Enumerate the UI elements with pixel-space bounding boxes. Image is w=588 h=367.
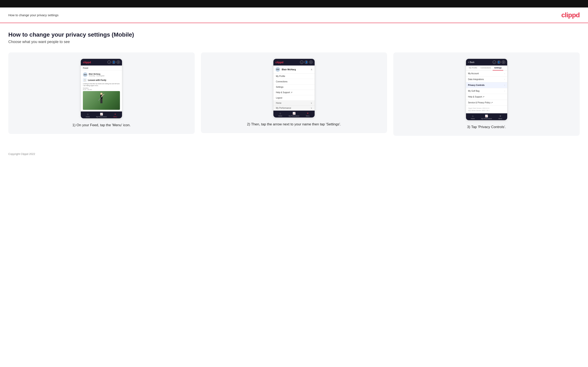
step1-phone-header: clippd ⌕ 👤 ⚙ [81, 59, 122, 66]
step2-nav-menu-label: Menu [306, 115, 310, 117]
menu-section-home-label: Home [276, 102, 282, 104]
step3-nav-home-label: Home [471, 118, 475, 119]
nav-performance-label: My Performance [96, 116, 107, 117]
top-bar [0, 0, 588, 8]
step3-footer: Clippd Client Version: 2022.8.3-3 GQL Se… [466, 106, 507, 113]
feed-user-info: Blair McHarg Yesterday · Sunningdale [89, 73, 104, 76]
main-content: How to change your privacy settings (Mob… [0, 23, 588, 148]
step3-tabs: My Profile Connections Settings [466, 66, 507, 71]
s3-item-privacycontrols: Privacy Controls › [466, 82, 507, 88]
feed-post: BM Blair McHarg Yesterday · Sunningdale … [81, 71, 122, 111]
menu-item-connections: Connections [273, 79, 315, 84]
step2-nav-menu: ✕ Menu [301, 112, 315, 117]
menu-section-performance: My Performance ∨ [273, 106, 315, 111]
step-1-card: clippd ⌕ 👤 ⚙ Feed BM Blair McHarg [8, 52, 195, 134]
s3-mygolfbag-label: My Golf Bag [468, 90, 480, 92]
chevron-down-performance-icon: ∨ [311, 107, 312, 109]
svg-point-0 [100, 93, 103, 95]
step2-avatar: BM [276, 67, 280, 72]
copyright-text: Copyright Clippd 2022 [8, 152, 35, 156]
version-line2: GQL Server Version: 2022.7.30-1 [468, 109, 505, 112]
menu-item-myprofile-label: My Profile [276, 75, 285, 77]
chevron-right-mygolfbag-icon: › [504, 90, 505, 92]
step3-chart-icon: 📈 [485, 115, 488, 117]
step2-nav-performance-label: My Performance [289, 115, 299, 117]
feed-avatar: BM [83, 72, 87, 77]
search-icon-3: ⌕ [493, 60, 496, 64]
home-icon: ⌂ [87, 113, 88, 116]
step2-icons: ⌕ 👤 ⚙ [300, 60, 312, 64]
step2-user-name: Blair McHarg [282, 68, 296, 71]
s3-item-dataintegrations: Data Integrations › [466, 76, 507, 82]
s3-serviceprivacy-label: Service & Privacy Policy ↗ [468, 101, 493, 104]
step3-nav-menu: ≡ Menu [493, 115, 507, 119]
feed-user-location: Yesterday · Sunningdale [89, 75, 104, 76]
svg-rect-2 [100, 99, 101, 103]
s3-item-mygolfbag: My Golf Bag › [466, 88, 507, 94]
step3-nav-menu-label: Menu [499, 118, 502, 119]
feed-lesson-row: 📋 Lesson with Fordy [83, 78, 120, 82]
chevron-right-myaccount-icon: › [504, 72, 505, 75]
step2-phone-header: clippd ⌕ 👤 ⚙ [273, 59, 315, 66]
step2-user-left: BM Blair McHarg [276, 67, 296, 72]
step-3-phone: < Back ⌕ 👤 ⚙ My Profile Connections Sett… [466, 59, 507, 120]
s3-dataintegrations-label: Data Integrations [468, 78, 484, 81]
nav-home: ⌂ Home [81, 113, 95, 117]
version-line1: Clippd Client Version: 2022.8.3-3 [468, 107, 505, 109]
step2-nav-home-label: Home [278, 115, 282, 117]
s3-item-helpsupport: Help & Support ↗ [466, 94, 507, 100]
step2-user-row: BM Blair McHarg ∧ [273, 66, 315, 74]
settings-icon: ⚙ [117, 60, 120, 64]
feed-user-row: BM Blair McHarg Yesterday · Sunningdale [83, 72, 120, 77]
s3-item-myaccount: My Account › [466, 71, 507, 76]
chevron-right-dataintegrations-icon: › [504, 78, 505, 81]
step-1-phone: clippd ⌕ 👤 ⚙ Feed BM Blair McHarg [81, 59, 122, 118]
step-1-caption: 1) On your Feed, tap the 'Menu' icon. [72, 123, 131, 128]
tab-settings: Settings [493, 66, 503, 70]
menu-item-settings: Settings [273, 84, 315, 90]
menu-item-connections-label: Connections [276, 81, 287, 83]
user-icon: 👤 [112, 60, 115, 64]
step-2-phone: clippd ⌕ 👤 ⚙ BM Blair McHarg ∧ [273, 59, 315, 118]
s3-myaccount-label: My Account [468, 72, 479, 75]
user-icon-3: 👤 [497, 60, 501, 64]
step3-phone-header: < Back ⌕ 👤 ⚙ [466, 59, 507, 66]
s3-item-serviceprivacy: Service & Privacy Policy ↗ [466, 100, 507, 106]
step2-home-icon: ⌂ [279, 112, 281, 115]
feed-lesson-desc: Looking to feel like my hands are exitin… [83, 83, 120, 86]
menu-item-settings-label: Settings [276, 86, 283, 88]
step3-nav-performance: 📈 My Performance [480, 115, 493, 119]
menu-item-myprofile: My Profile [273, 74, 315, 79]
step3-nav-performance-label: My Performance [481, 118, 492, 119]
feed-golf-image [83, 91, 120, 110]
nav-home-label: Home [86, 116, 90, 117]
feed-user-name: Blair McHarg [89, 73, 104, 75]
steps-row: clippd ⌕ 👤 ⚙ Feed BM Blair McHarg [8, 52, 580, 136]
step1-icons: ⌕ 👤 ⚙ [107, 60, 120, 64]
header: How to change your privacy settings clip… [0, 8, 588, 23]
tab-connections: Connections [479, 66, 493, 70]
step2-nav-home: ⌂ Home [273, 112, 287, 117]
step3-home-icon: ⌂ [472, 115, 474, 117]
s3-helpsupport-label: Help & Support ↗ [468, 96, 484, 98]
menu-section-home: Home ∨ [273, 101, 315, 106]
step-2-card: clippd ⌕ 👤 ⚙ BM Blair McHarg ∧ [201, 52, 387, 133]
menu-item-logout: Logout [273, 95, 315, 101]
logo: clippd [561, 11, 580, 19]
step3-menu-icon: ≡ [500, 115, 501, 117]
step2-nav-performance: 📈 My Performance [287, 112, 301, 117]
step1-logo: clippd [83, 61, 91, 64]
chevron-up-icon: ∧ [311, 68, 312, 71]
step2-menu-items: My Profile Connections Settings Help & S… [273, 74, 315, 111]
step2-logo: clippd [276, 61, 283, 64]
chart-icon: 📈 [100, 113, 103, 116]
step2-menu-icon: ✕ [307, 112, 309, 115]
menu-icon: ≡ [114, 113, 116, 116]
page-heading: How to change your privacy settings (Mob… [8, 31, 580, 38]
menu-item-help: Help & Support ↗ [273, 90, 315, 95]
feed-lesson-title: Lesson with Fordy [88, 79, 106, 81]
step1-bottom-nav: ⌂ Home 📈 My Performance ≡ Menu [81, 111, 122, 118]
settings-icon-2: ⚙ [309, 60, 312, 64]
search-icon-2: ⌕ [300, 60, 303, 64]
nav-menu-label: Menu [113, 116, 117, 117]
